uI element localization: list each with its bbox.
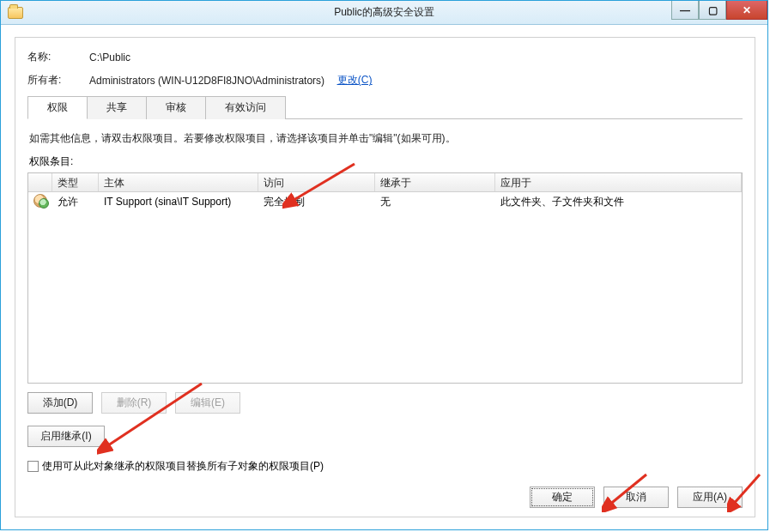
instruction-text: 如需其他信息，请双击权限项目。若要修改权限项目，请选择该项目并单击"编辑"(如果… xyxy=(29,131,741,146)
tab-bar: 权限 共享 审核 有效访问 xyxy=(27,96,743,119)
owner-row: 所有者: Administrators (WIN-U12D8FI8JNO\Adm… xyxy=(27,73,743,88)
window-title: Public的高级安全设置 xyxy=(1,5,767,20)
folder-icon xyxy=(8,7,23,19)
row-applies: 此文件夹、子文件夹和文件 xyxy=(495,192,742,212)
tab-permissions[interactable]: 权限 xyxy=(27,96,88,119)
enable-inherit-button[interactable]: 启用继承(I) xyxy=(27,426,105,447)
entry-buttons-row: 添加(D) 删除(R) 编辑(E) xyxy=(27,392,743,414)
name-label: 名称: xyxy=(27,50,89,64)
remove-button: 删除(R) xyxy=(101,392,167,414)
change-owner-link[interactable]: 更改(C) xyxy=(337,73,373,88)
name-row: 名称: C:\Public xyxy=(27,50,743,64)
header-blank[interactable] xyxy=(28,173,52,191)
ok-button[interactable]: 确定 xyxy=(530,487,595,508)
tab-audit[interactable]: 审核 xyxy=(147,96,206,119)
maximize-button[interactable]: ▢ xyxy=(699,1,726,20)
list-header: 类型 主体 访问 继承于 应用于 xyxy=(28,173,742,192)
owner-value: Administrators (WIN-U12D8FI8JNO\Administ… xyxy=(89,75,324,87)
permission-entries-label: 权限条目: xyxy=(29,154,741,169)
permission-entries-list[interactable]: 类型 主体 访问 继承于 应用于 允许 IT Support (sina\IT … xyxy=(27,172,743,384)
owner-label: 所有者: xyxy=(27,73,89,88)
row-type: 允许 xyxy=(52,192,99,212)
security-dialog-window: Public的高级安全设置 — ▢ ✕ 名称: C:\Public 所有者: A… xyxy=(0,0,768,530)
replace-children-row: 使用可从此对象继承的权限项目替换所有子对象的权限项目(P) xyxy=(27,459,743,474)
minimize-button[interactable]: — xyxy=(671,1,699,20)
tab-effective-access[interactable]: 有效访问 xyxy=(206,96,286,119)
close-button[interactable]: ✕ xyxy=(726,1,767,20)
inherit-row: 启用继承(I) xyxy=(27,426,743,447)
dialog-bottom-buttons: 确定 取消 应用(A) xyxy=(530,487,743,508)
row-principal: IT Support (sina\IT Support) xyxy=(99,193,258,210)
name-value: C:\Public xyxy=(89,51,130,63)
row-access: 完全控制 xyxy=(258,192,375,212)
header-inherited[interactable]: 继承于 xyxy=(375,173,495,191)
apply-button[interactable]: 应用(A) xyxy=(677,487,743,508)
header-principal[interactable]: 主体 xyxy=(99,173,258,191)
row-inherited: 无 xyxy=(375,192,495,212)
edit-button: 编辑(E) xyxy=(175,392,240,414)
window-buttons: — ▢ ✕ xyxy=(671,1,767,20)
header-access[interactable]: 访问 xyxy=(258,173,375,191)
dialog-content: 名称: C:\Public 所有者: Administrators (WIN-U… xyxy=(15,37,755,517)
titlebar: Public的高级安全设置 — ▢ ✕ xyxy=(1,1,767,25)
user-group-icon xyxy=(33,194,47,208)
tab-share[interactable]: 共享 xyxy=(88,96,147,119)
header-applies[interactable]: 应用于 xyxy=(495,173,742,191)
replace-children-label: 使用可从此对象继承的权限项目替换所有子对象的权限项目(P) xyxy=(42,459,324,474)
add-button[interactable]: 添加(D) xyxy=(27,392,93,414)
header-type[interactable]: 类型 xyxy=(52,173,99,191)
cancel-button[interactable]: 取消 xyxy=(603,487,669,508)
replace-children-checkbox[interactable] xyxy=(27,461,39,472)
table-row[interactable]: 允许 IT Support (sina\IT Support) 完全控制 无 此… xyxy=(28,192,742,211)
